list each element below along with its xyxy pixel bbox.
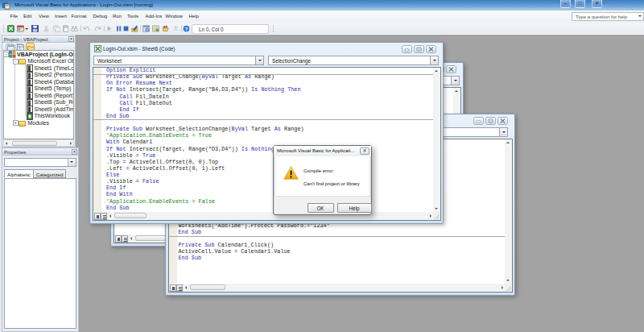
svg-text:?: ? xyxy=(185,26,188,31)
